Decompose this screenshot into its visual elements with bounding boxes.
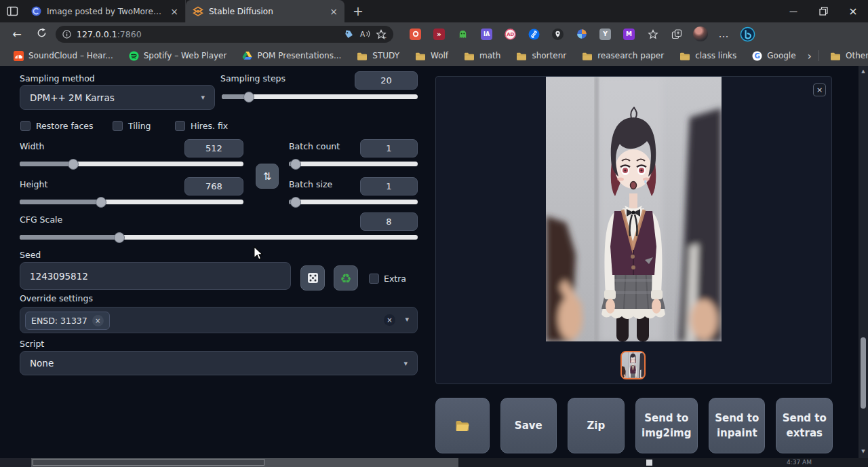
send-to-img2img-button[interactable]: Send to img2img [635, 398, 698, 453]
bookmark-label: Spotify – Web Player [144, 51, 227, 60]
hires-fix-checkbox[interactable] [175, 121, 185, 131]
open-folder-button[interactable] [435, 398, 490, 453]
bookmark-folder-shortenr[interactable]: shortenr [512, 50, 570, 62]
clear-all-icon[interactable]: × [384, 314, 395, 326]
slider-handle[interactable] [114, 232, 125, 243]
tab-close-icon[interactable]: × [170, 7, 178, 16]
bookmark-pom[interactable]: POM Presentations... [238, 50, 345, 62]
tab-stable-diffusion[interactable]: Stable Diffusion × [186, 0, 344, 22]
batch-size-slider[interactable] [289, 200, 418, 204]
bookmark-folder-classlinks[interactable]: class links [675, 50, 741, 62]
script-dropdown[interactable]: None ▾ [20, 351, 418, 375]
reload-icon [37, 28, 47, 38]
scrollbar-thumb[interactable] [861, 337, 866, 409]
slider-handle[interactable] [290, 159, 301, 170]
minimize-button[interactable]: — [778, 0, 808, 22]
green-monster-extension-icon[interactable] [454, 26, 471, 43]
add-favorite-star-icon[interactable]: + [376, 29, 387, 39]
scroll-down-icon[interactable]: ▼ [859, 449, 868, 454]
batch-size-input[interactable]: 1 [360, 177, 418, 195]
horizontal-scrollbar-thumb[interactable] [33, 459, 264, 466]
bookmark-folder-research[interactable]: reasearch paper [578, 50, 668, 62]
bookmark-spotify[interactable]: Spotify – Web Player [125, 50, 231, 62]
read-aloud-icon[interactable]: A [359, 29, 370, 39]
horizontal-scrollbar[interactable]: 4:37 AM [0, 458, 868, 467]
close-window-button[interactable]: × [838, 0, 868, 22]
video-speed-extension-icon[interactable]: » [431, 26, 448, 43]
new-tab-button[interactable]: + [344, 5, 372, 18]
bookmark-folder-math[interactable]: math [460, 50, 505, 62]
svg-text:A: A [360, 30, 366, 39]
width-input[interactable]: 512 [184, 139, 243, 157]
batch-count-input[interactable]: 1 [360, 139, 418, 157]
address-bar[interactable]: 127.0.0.1:7860 A + [56, 26, 393, 43]
adblock-extension-icon[interactable]: AD [502, 26, 519, 43]
cfg-scale-input[interactable]: 8 [360, 212, 418, 231]
cfg-scale-slider[interactable] [20, 235, 418, 240]
bookmark-soundcloud[interactable]: SoundCloud – Hear... [9, 50, 117, 62]
height-input[interactable]: 768 [184, 177, 243, 195]
bookmarks-overflow-chevron[interactable]: › [808, 50, 812, 62]
thumbnail-image [622, 352, 644, 378]
batch-count-slider[interactable] [289, 162, 418, 166]
collections-button[interactable] [668, 26, 685, 43]
bookmark-folder-wolf[interactable]: Wolf [411, 50, 452, 62]
profile-avatar[interactable] [692, 26, 709, 43]
slider-handle[interactable] [243, 92, 254, 102]
sampling-steps-slider[interactable] [222, 94, 418, 99]
sampling-method-dropdown[interactable]: DPM++ 2M Karras ▾ [20, 85, 215, 110]
more-menu-button[interactable]: … [715, 26, 732, 43]
favorites-button[interactable] [644, 26, 661, 43]
back-button[interactable]: ← [7, 28, 27, 41]
tiling-checkbox[interactable] [113, 121, 123, 131]
height-slider[interactable] [20, 200, 243, 204]
send-to-extras-button[interactable]: Send to extras [776, 398, 833, 453]
zip-button[interactable]: Zip [568, 398, 625, 453]
slider-handle[interactable] [68, 159, 79, 170]
tab-image-posted[interactable]: Image posted by TwoMoreTimes × [24, 0, 186, 22]
swap-dimensions-button[interactable]: ⇅ [256, 164, 279, 189]
globe-extension-icon[interactable] [573, 26, 590, 43]
generated-image[interactable] [546, 77, 722, 341]
scroll-up-icon[interactable]: ▲ [859, 69, 868, 74]
collections-tag-icon[interactable] [344, 29, 354, 39]
monica-extension-icon[interactable]: M [620, 26, 637, 43]
override-settings-field[interactable]: ENSD: 31337 × × ▾ [20, 307, 418, 333]
scrollbar-corner [0, 458, 31, 467]
chevron-down-icon[interactable]: ▾ [405, 315, 409, 324]
hires-fix-label: Hires. fix [191, 121, 228, 131]
ia-extension-icon[interactable]: IA [478, 26, 495, 43]
restore-icon [819, 7, 828, 16]
restore-faces-checkbox[interactable] [20, 121, 31, 131]
tab-actions-button[interactable] [0, 6, 24, 16]
o-extension-icon[interactable] [407, 26, 424, 43]
close-gallery-button[interactable]: × [813, 83, 826, 96]
bing-chat-button[interactable] [739, 26, 756, 43]
slider-handle[interactable] [290, 197, 301, 208]
tab-close-icon[interactable]: × [330, 7, 338, 16]
shazam-extension-icon[interactable] [526, 26, 542, 43]
location-pin-extension-icon[interactable] [549, 26, 566, 43]
slider-handle[interactable] [96, 197, 106, 208]
url-text[interactable]: 127.0.0.1:7860 [77, 29, 338, 39]
save-button[interactable]: Save [500, 398, 557, 453]
bookmark-google[interactable]: G Google [748, 50, 800, 62]
send-to-inpaint-button[interactable]: Send to inpaint [709, 398, 766, 453]
width-slider[interactable] [20, 162, 243, 166]
other-favorites-folder[interactable]: Other favorites [826, 50, 868, 62]
reuse-seed-button[interactable]: ♻ [334, 265, 358, 291]
folder-icon [464, 52, 475, 60]
gallery-thumbnail-selected[interactable] [620, 351, 646, 379]
remove-chip-icon[interactable]: × [92, 315, 104, 326]
seed-input[interactable]: 1243095812 [20, 262, 291, 290]
restore-button[interactable] [808, 0, 838, 22]
bookmark-folder-study[interactable]: STUDY [353, 50, 403, 62]
vertical-scrollbar[interactable]: ▲ ▼ [859, 66, 868, 458]
random-seed-button[interactable] [300, 265, 325, 291]
reddit-favicon-icon [31, 6, 41, 16]
site-info-icon[interactable] [62, 30, 71, 39]
reload-button[interactable] [31, 28, 52, 41]
y-extension-icon[interactable]: Y [597, 26, 614, 43]
extra-seed-checkbox[interactable] [369, 274, 379, 284]
sampling-steps-input[interactable]: 20 [355, 71, 418, 90]
